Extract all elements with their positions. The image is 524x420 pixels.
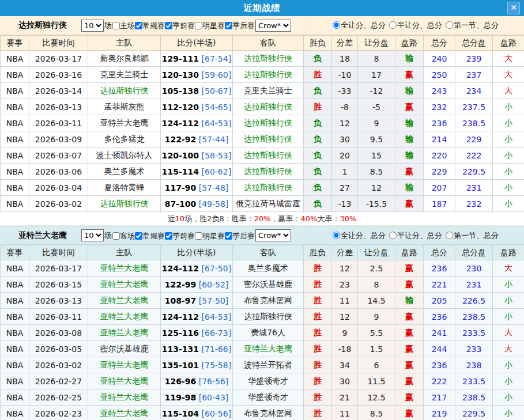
summary-segment: 30% (340, 214, 357, 223)
cell-date: 2026-02-25 (29, 389, 88, 406)
cell-handicap-line: 5.5 (358, 325, 395, 341)
cell-total-line: 231 (455, 277, 493, 293)
full-score: 119-98 (165, 393, 197, 402)
bookmaker-select[interactable]: Crow* (255, 20, 291, 32)
cell-handicap-line: 2.5 (358, 260, 395, 277)
cell-home-team: 达拉斯独行侠 (88, 83, 161, 99)
cell-over-under: 小 (493, 115, 524, 131)
filter-checkbox[interactable] (112, 22, 120, 29)
odds-type-radio[interactable] (333, 21, 340, 29)
cell-score: 117-90 [57-48] (161, 180, 233, 196)
bookmaker-select[interactable]: Crow* (255, 229, 291, 241)
cell-away-team: 华盛顿奇才 (233, 389, 304, 406)
filter-主场: 主场 (112, 21, 135, 30)
half-score: [57-48] (196, 183, 228, 192)
cell-handicap-line: 12 (358, 180, 395, 196)
cell-handicap-line: 8.5 (358, 406, 395, 420)
cell-point-diff: -10 (332, 67, 358, 83)
column-header: 总分 (424, 245, 455, 260)
games-count-select[interactable]: 10 (81, 20, 104, 32)
cell-win-loss: 胜 (304, 67, 332, 83)
summary-segment: 40% (301, 214, 318, 223)
cell-over-under: 大 (493, 325, 524, 341)
cell-score: 129-111 [67-54] (161, 51, 233, 67)
cell-home-team: 亚特兰大老鹰 (88, 277, 161, 293)
half-score: [60-52] (196, 280, 228, 289)
cell-away-team: 布鲁克林篮网 (233, 406, 304, 420)
filter-checkbox[interactable] (135, 232, 142, 240)
filter-label: 主场 (120, 21, 135, 30)
cell-league: NBA (1, 373, 29, 389)
odds-type-radio[interactable] (446, 21, 453, 29)
filter-checkbox[interactable] (225, 232, 232, 240)
cell-point-diff: 1 (332, 164, 358, 180)
column-header: 主队 (88, 245, 161, 260)
full-score: 120-130 (162, 70, 199, 80)
cell-total-points: 205 (424, 293, 455, 309)
odds-type-radio[interactable] (389, 21, 397, 29)
half-score: [64-53] (199, 119, 231, 128)
filter-checkbox-group: 主场常规赛季前赛明星赛季后赛 (112, 20, 255, 31)
filter-季后赛: 季后赛 (225, 21, 255, 30)
close-button[interactable]: ✕ (507, 2, 520, 14)
cell-total-line: 232 (455, 196, 493, 212)
titlebar: 近期战绩 ✕ (0, 0, 524, 16)
cell-home-team: 亚特兰大老鹰 (88, 309, 161, 325)
cell-score: 113-131 [71-66] (161, 341, 233, 357)
odds-type-radio[interactable] (446, 232, 453, 239)
cell-away-team: 克里夫兰骑士 (233, 83, 304, 99)
cell-over-under: 小 (493, 180, 524, 196)
odds-type-radio-第一节、总分: 第一节、总分 (446, 230, 499, 241)
cell-handicap-result: 赢 (395, 309, 424, 325)
summary-segment: 大率： (318, 214, 340, 224)
cell-handicap-line: 11.5 (358, 373, 395, 389)
column-header: 胜负 (304, 245, 332, 260)
filter-checkbox[interactable] (225, 22, 232, 29)
cell-score: 115-104 [60-56] (161, 406, 233, 420)
cell-total-line: 226.5 (455, 293, 493, 309)
cell-score: 125-116 [66-73] (161, 325, 233, 341)
filter-checkbox[interactable] (165, 22, 172, 29)
cell-over-under: 小 (493, 99, 524, 115)
game-row: NBA2026-03-09多伦多猛龙122-92 [57-44]达拉斯独行侠负3… (1, 131, 524, 147)
game-row: NBA2026-03-16克里夫兰骑士120-130 [59-60]达拉斯独行侠… (1, 67, 524, 83)
cell-league: NBA (1, 67, 29, 83)
game-row: NBA2026-02-23亚特兰大老鹰115-104 [60-56]布鲁克林篮网… (1, 406, 524, 420)
filter-checkbox[interactable] (165, 232, 172, 240)
filter-checkbox[interactable] (195, 232, 202, 240)
odds-type-radio[interactable] (389, 232, 397, 239)
cell-total-points: 217 (424, 389, 455, 406)
cell-total-points: 250 (424, 67, 455, 83)
radio-label: 半让分、总分 (397, 231, 442, 240)
cell-total-points: 236 (424, 357, 455, 373)
cell-handicap-result: 输 (395, 115, 424, 131)
radio-label: 半让分、总分 (397, 21, 442, 29)
cell-total-points: 243 (424, 83, 455, 99)
full-score: 117-90 (165, 183, 197, 192)
cell-league: NBA (1, 309, 29, 325)
cell-point-diff: 20 (332, 147, 358, 164)
game-row: NBA2026-02-25亚特兰大老鹰119-98 [60-43]华盛顿奇才胜2… (1, 389, 524, 406)
cell-date: 2026-03-11 (29, 309, 88, 325)
cell-date: 2026-03-09 (29, 131, 88, 147)
cell-handicap-line: 8.5 (358, 164, 395, 180)
cell-point-diff: 12 (332, 309, 358, 325)
cell-total-line: 231 (455, 180, 493, 196)
filter-checkbox[interactable] (112, 232, 120, 240)
cell-home-team: 亚特兰大老鹰 (88, 325, 161, 341)
half-score: [49-58] (196, 199, 228, 209)
game-row: NBA2026-03-17亚特兰大老鹰124-112 [67-50]奥兰多魔术胜… (1, 260, 524, 277)
cell-home-team: 亚特兰大老鹰 (88, 389, 161, 406)
filter-checkbox[interactable] (135, 22, 142, 29)
cell-league: NBA (1, 406, 29, 420)
filter-checkbox[interactable] (195, 22, 202, 29)
cell-score: 135-101 [75-58] (161, 357, 233, 373)
cell-date: 2026-03-04 (29, 180, 88, 196)
odds-type-radio[interactable] (333, 232, 340, 239)
cell-home-team: 亚特兰大老鹰 (88, 373, 161, 389)
column-header: 盘路 (395, 36, 424, 51)
games-count-select[interactable]: 10 (81, 229, 104, 241)
full-score: 124-112 (162, 312, 199, 321)
recent-results-window: 近期战绩 ✕ 达拉斯独行侠 10 场 主场常规赛季前赛明星赛季后赛 Crow* … (0, 0, 524, 420)
filter-label: 明星赛 (202, 21, 225, 30)
